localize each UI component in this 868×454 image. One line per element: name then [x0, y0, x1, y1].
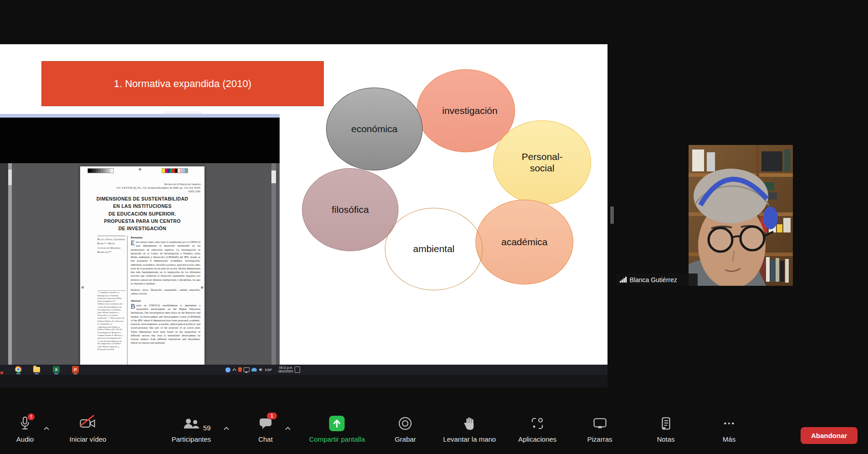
more-button[interactable]: Más — [723, 416, 735, 443]
participant-video[interactable] — [689, 145, 793, 286]
webcam-frame-art — [689, 145, 793, 286]
bubble-economica: económica — [326, 88, 423, 170]
slide-title-text: 1. Normativa expandida (2010) — [114, 78, 251, 90]
column-divider — [127, 236, 128, 365]
audio-level-icon — [620, 277, 627, 283]
keyboard-language-indicator: ESP — [265, 368, 272, 372]
raise-hand-button[interactable]: Levantar la mano — [443, 416, 496, 443]
panel-resize-handle[interactable] — [611, 206, 614, 224]
taskbar-indicator — [35, 373, 39, 374]
abstract-paragraph: Based on UNESCO establishment to impleme… — [131, 304, 200, 345]
shared-desktop-taskbar: X P ESP 05:11 p.m. 18/10/2024 — [0, 365, 608, 375]
paper-authors: Blanca Estela Gutiérrez Barba* y María C… — [97, 236, 126, 254]
tray-zoom-icon — [225, 367, 230, 372]
apps-button[interactable]: Aplicaciones — [518, 416, 557, 443]
participant-name: Blanca Gutiérrez — [630, 276, 677, 284]
resumen-heading: Resumen — [131, 236, 200, 239]
apps-icon — [531, 417, 544, 430]
chrome-icon — [15, 366, 22, 373]
participant-name-label: Blanca Gutiérrez — [616, 273, 698, 286]
grayscale-calibration-bar — [87, 168, 114, 173]
embedded-black-window — [0, 118, 280, 163]
bubble-personal-social: Personal-social — [493, 120, 591, 205]
registration-mark-left: ⊕ — [81, 286, 84, 289]
tray-display-icon — [244, 367, 250, 372]
paper-page: ⊕ Revista de la Educación Superior Vol. … — [80, 166, 204, 365]
bubble-ambiental: ambiental — [385, 208, 483, 290]
participants-icon — [183, 418, 200, 429]
chat-options-caret[interactable] — [285, 425, 291, 432]
taskbar-clock: 05:11 p.m. 18/10/2024 — [274, 366, 293, 373]
taskbar-indicator — [54, 373, 58, 374]
file-explorer-icon — [33, 367, 40, 372]
tray-app-icon — [238, 367, 242, 372]
paper-keywords: Palabras clave: Desarrollo sustentable, … — [131, 288, 200, 296]
leave-meeting-button[interactable]: Abandonar — [801, 427, 858, 444]
zoom-meeting-window: 1. Normativa expandida (2010) investigac… — [0, 0, 868, 454]
slide-title-banner: 1. Normativa expandida (2010) — [41, 61, 324, 106]
notification-center-icon — [295, 366, 300, 373]
notes-button[interactable]: Notas — [657, 416, 674, 443]
pdf-viewer-window: ⊕ Revista de la Educación Superior Vol. … — [0, 163, 280, 365]
bubble-academica: académica — [475, 200, 573, 284]
up-arrow-icon — [333, 419, 341, 428]
start-video-button[interactable]: Iniciar vídeo — [70, 416, 107, 443]
journal-header: Revista de la Educación Superior Vol. XX… — [114, 183, 201, 193]
tray-chevron-icon — [232, 368, 236, 371]
notes-icon — [661, 417, 671, 430]
powerpoint-icon: P — [72, 366, 79, 373]
chat-button[interactable]: 1 Chat — [258, 416, 273, 443]
paper-abstract-column: Resumen Este trabajo tiene como base lo … — [131, 236, 200, 345]
excel-icon: X — [53, 366, 60, 373]
taskbar-indicator-active — [73, 373, 77, 374]
pdf-window-edge — [0, 163, 8, 365]
audio-options-caret[interactable] — [43, 425, 50, 432]
paper-title: DIMENSIONES DE SUSTENTABILIDAD EN LAS IN… — [80, 195, 204, 232]
chevron-up-icon — [285, 427, 291, 430]
more-icon — [724, 423, 734, 425]
participants-count: 59 — [203, 424, 211, 432]
taskbar-indicator — [16, 373, 20, 374]
pdf-right-scrollbar — [271, 163, 276, 365]
presentation-slide: 1. Normativa expandida (2010) investigac… — [0, 44, 608, 365]
whiteboards-button[interactable]: Pizarras — [587, 416, 612, 443]
chevron-up-icon — [224, 427, 229, 430]
pdf-right-scrollbar-thumb — [271, 170, 276, 183]
taskbar-corner-icon — [0, 371, 3, 374]
resumen-paragraph: Este trabajo tiene como base lo establec… — [131, 240, 200, 285]
raise-hand-icon — [464, 417, 475, 430]
share-letterbox — [0, 375, 608, 387]
pdf-left-scrollbar — [8, 163, 12, 365]
audio-button[interactable]: ! Audio — [16, 416, 34, 443]
bubble-filosofica: filosófica — [302, 168, 398, 251]
registration-mark-right: ⊕ — [200, 286, 204, 289]
participants-options-caret[interactable] — [223, 425, 230, 432]
whiteboard-icon — [593, 418, 607, 429]
audio-warning-badge: ! — [28, 413, 35, 420]
speaker-icon — [259, 367, 263, 372]
chevron-up-icon — [44, 427, 49, 430]
record-icon — [399, 417, 412, 430]
paper-footnote: * Candidata a doctora en Biología por el… — [97, 290, 126, 351]
onedrive-icon — [251, 368, 257, 371]
abstract-heading: Abstract — [131, 299, 200, 302]
shared-screen-content: 1. Normativa expandida (2010) investigac… — [0, 44, 608, 387]
record-button[interactable]: Grabar — [395, 416, 416, 443]
share-screen-button[interactable]: Compartir pantalla — [309, 416, 365, 443]
pdf-left-scrollbar-thumb — [8, 170, 12, 185]
embedded-window-top-border — [0, 114, 280, 118]
chat-unread-badge: 1 — [267, 413, 277, 419]
color-calibration-bar — [162, 168, 188, 173]
share-screen-icon — [329, 416, 345, 431]
system-tray: ESP 05:11 p.m. 18/10/2024 — [225, 366, 300, 374]
registration-mark-top: ⊕ — [138, 168, 142, 171]
